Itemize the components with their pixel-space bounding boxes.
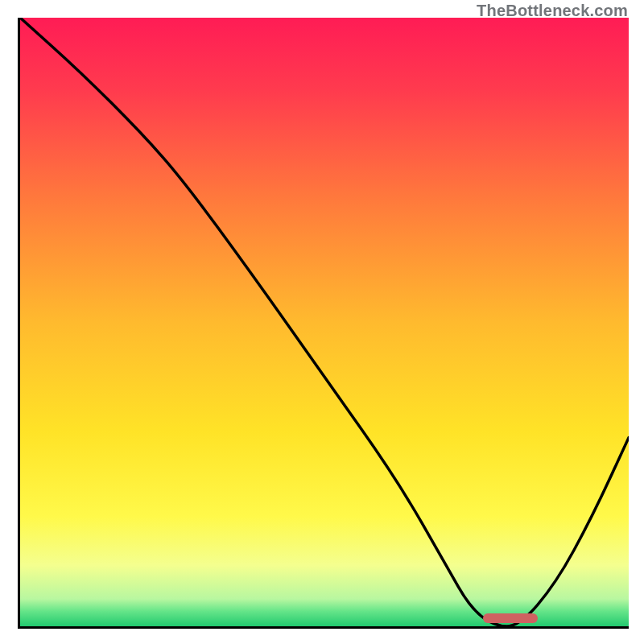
plot-area	[18, 18, 629, 629]
chart-root: TheBottleneck.com	[0, 0, 644, 644]
optimal-range-marker	[483, 613, 538, 623]
bottleneck-curve	[20, 18, 629, 626]
